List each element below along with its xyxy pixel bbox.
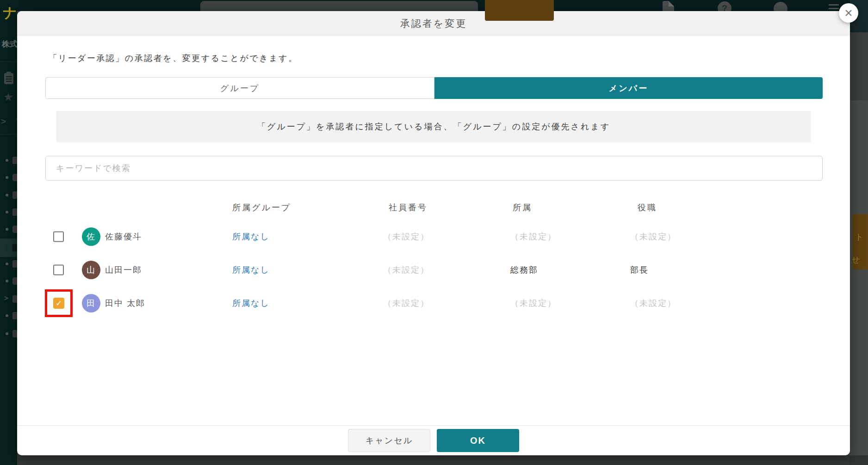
department-value: 総務部 [510, 264, 538, 275]
priority-notice: 「グループ」を承認者に指定している場合、「グループ」の設定が優先されます [56, 111, 811, 142]
department-value: （未設定） [510, 298, 557, 309]
header-department: 所属 [513, 197, 532, 218]
sidebar-menu-item [0, 203, 17, 221]
plan-cta-button[interactable] [485, 0, 554, 21]
sidebar-menu-item [0, 168, 17, 187]
approver-type-tabs: グループ メンバー [45, 77, 823, 99]
close-icon: × [844, 5, 853, 20]
role-value: （未設定） [630, 298, 676, 309]
header-employee-no: 社員番号 [389, 197, 428, 218]
chevron-right-icon: > [4, 294, 8, 302]
group-link[interactable]: 所属なし [232, 264, 270, 275]
role-value: 部長 [630, 264, 649, 275]
member-name: 田中 太郎 [105, 298, 145, 309]
change-approver-modal: 承認者を変更 「リーダー承認」の承認者を、変更することができます。 グループ メ… [17, 11, 850, 455]
group-link[interactable]: 所属なし [232, 298, 270, 309]
member-name: 佐藤優斗 [105, 231, 142, 242]
avatar: 山 [82, 261, 100, 279]
sidebar-menu-item [0, 272, 17, 290]
member-checkbox[interactable] [53, 265, 64, 275]
clipboard-icon [4, 73, 13, 84]
sidebar-menu-item [0, 255, 17, 273]
footer-divider [17, 425, 850, 426]
sidebar-menu-item-expandable: > [0, 290, 17, 308]
sidebar-menu-item-active [0, 239, 17, 257]
employee-no-value: （未設定） [383, 264, 429, 275]
page-content-bottom [17, 455, 850, 465]
member-name: 山田一郎 [105, 264, 142, 275]
search-input[interactable] [45, 156, 823, 181]
support-tab: ト せ [852, 214, 868, 269]
sidebar-menu-item [0, 151, 17, 170]
modal-header: 承認者を変更 [17, 11, 850, 36]
header-role: 役職 [638, 197, 657, 218]
sidebar-menu-item [0, 324, 17, 343]
employee-no-value: （未設定） [383, 298, 429, 309]
cancel-button[interactable]: キャンセル [348, 429, 430, 452]
tab-group[interactable]: グループ [45, 77, 434, 99]
hamburger-menu-icon [829, 4, 839, 11]
member-checkbox[interactable] [53, 232, 64, 242]
modal-title: 承認者を変更 [17, 11, 850, 36]
check-icon: ✓ [56, 299, 62, 308]
app-logo: ナ [3, 4, 17, 23]
member-checkbox-checked[interactable]: ✓ [53, 298, 64, 309]
member-row: 佐 佐藤優斗 所属なし （未設定） （未設定） （未設定） [17, 220, 850, 253]
tab-member[interactable]: メンバー [434, 77, 823, 99]
close-button[interactable]: × [839, 3, 858, 23]
sidebar-collapse-hint: > フ [1, 116, 17, 128]
support-tab-text-2: せ [852, 254, 860, 265]
sidebar-menu-item [0, 220, 17, 239]
avatar: 田 [82, 294, 100, 312]
member-row: 山 山田一郎 所属なし （未設定） 総務部 部長 [17, 253, 850, 287]
page-content-right [850, 100, 868, 465]
company-name-partial: 株式 [2, 39, 17, 49]
role-value: （未設定） [630, 231, 676, 242]
sidebar-menu-item [0, 306, 17, 325]
group-link[interactable]: 所属なし [232, 231, 270, 242]
member-table-header: 所属グループ 社員番号 所属 役職 [17, 197, 850, 218]
sidebar-menu-item [0, 186, 17, 204]
avatar: 佐 [82, 227, 100, 246]
employee-no-value: （未設定） [383, 231, 429, 242]
checkbox-highlight-box: ✓ [45, 289, 73, 317]
member-row: ✓ 田 田中 太郎 所属なし （未設定） （未設定） （未設定） [17, 287, 850, 320]
header-group: 所属グループ [232, 197, 291, 218]
department-value: （未設定） [510, 231, 557, 242]
page-content-right-bottom [850, 455, 868, 465]
app-sidebar: ナ 株式 ★ > フ > [0, 0, 17, 465]
support-tab-text-1: ト [855, 232, 863, 243]
modal-description: 「リーダー承認」の承認者を、変更することができます。 [49, 52, 298, 65]
keyword-search [45, 156, 823, 181]
sidebar-divider [0, 61, 17, 62]
sidebar-divider [0, 134, 17, 135]
star-icon: ★ [3, 91, 13, 104]
ok-button[interactable]: OK [437, 429, 519, 452]
page-content-right-upper [850, 32, 868, 100]
